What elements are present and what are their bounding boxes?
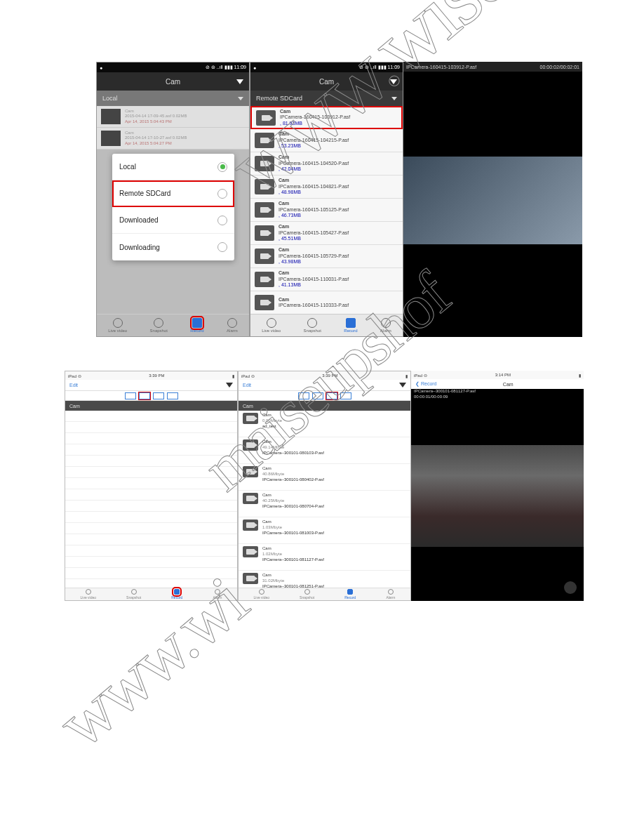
source-dropdown[interactable]: Remote SDCard bbox=[250, 91, 403, 106]
item-text: CamIPCamera-160415-105427-P.asf, 45.51MB bbox=[279, 224, 349, 241]
tab-live[interactable]: Live video bbox=[254, 589, 270, 600]
filter-icon[interactable] bbox=[390, 79, 397, 84]
tool-1[interactable] bbox=[298, 392, 309, 399]
tab-alarm[interactable]: Alarm bbox=[380, 318, 391, 333]
tab-snapshot[interactable]: Snapshot bbox=[300, 589, 314, 600]
tool-4[interactable] bbox=[167, 392, 178, 399]
player-timecode: 00:00:02/00:02:01 bbox=[540, 65, 579, 70]
camera-icon bbox=[255, 156, 274, 171]
player-header: IPCamera-160415-103912-P.asf 00:00:02/00… bbox=[403, 62, 582, 72]
tab-live[interactable]: Live video bbox=[108, 318, 127, 333]
filter-icon[interactable] bbox=[236, 79, 243, 84]
list-item[interactable]: CamIPCamera-160415-104821-P.asf, 48.98MB bbox=[250, 176, 403, 199]
nav-bar: Edit bbox=[65, 380, 237, 391]
modal-option-remote-sdcard[interactable]: Remote SDCard bbox=[112, 180, 234, 207]
list-item[interactable]: Cam1.02MbyteIPCamera--300101-081127-P.as… bbox=[239, 544, 410, 571]
tool-2[interactable] bbox=[139, 392, 150, 399]
tab-record[interactable]: Record bbox=[344, 589, 356, 600]
edit-button[interactable]: Edit bbox=[243, 383, 251, 388]
video-frame[interactable] bbox=[411, 445, 584, 547]
tab-snapshot[interactable]: Snapshot bbox=[150, 318, 168, 333]
list-item[interactable]: Cam1.03MbyteIPCamera--300101-081003-P.as… bbox=[239, 517, 410, 544]
page-title: Cam bbox=[503, 382, 514, 387]
item-text: Cam49.14MbyteIPCamera--300101-080103-P.a… bbox=[262, 439, 324, 456]
tab-alarm[interactable]: Alarm bbox=[227, 318, 238, 333]
tab-record[interactable]: Record bbox=[171, 589, 182, 600]
tab-record[interactable]: Record bbox=[344, 318, 357, 333]
video-player: iPad ⊜ 3:14 PM ▮ ❮ Record Cam IPCamera--… bbox=[411, 371, 584, 601]
list-item[interactable]: CamIPCamera-160415-105125-P.asf, 46.73MB bbox=[250, 199, 403, 222]
tab-snapshot[interactable]: Snapshot bbox=[126, 589, 141, 600]
list-item[interactable]: Cam40.86MbyteIPCamera--300101-080402-P.a… bbox=[239, 464, 410, 491]
radio-icon bbox=[217, 242, 227, 252]
list-item[interactable]: CamIPCamera-160415-110333-P.asf bbox=[250, 291, 403, 314]
empty-list bbox=[65, 411, 237, 588]
camera-icon bbox=[255, 272, 274, 287]
play-button[interactable] bbox=[564, 581, 577, 594]
item-text: CamIPCamera-160415-104520-P.asf, 42.04MB bbox=[279, 154, 349, 172]
camera-icon bbox=[243, 466, 258, 477]
tool-3[interactable] bbox=[153, 392, 164, 399]
source-modal: Local Remote SDCard Downloaded Downloadi… bbox=[112, 154, 234, 260]
video-player: IPCamera-160415-103912-P.asf 00:00:02/00… bbox=[403, 62, 582, 337]
player-timecode: 00:00:01/00:00:09 bbox=[414, 395, 448, 399]
source-dropdown[interactable]: Local bbox=[97, 91, 249, 106]
tool-2[interactable] bbox=[312, 392, 323, 399]
item-text: CamIPCamera-160415-104215-P.asf, 53.23MB bbox=[279, 131, 349, 149]
tool-1[interactable] bbox=[125, 392, 136, 399]
list-item[interactable]: CamIPCamera-160415-103912-P.asf, 81.93MB bbox=[250, 106, 403, 129]
record-icon bbox=[347, 589, 353, 595]
list-item[interactable]: Cam40.25MbyteIPCamera--300101-080704-P.a… bbox=[239, 491, 410, 517]
edit-button[interactable]: Edit bbox=[69, 383, 78, 388]
modal-option-downloading[interactable]: Downloading bbox=[112, 234, 234, 260]
list-item[interactable]: Cam0.00Mbytead_test bbox=[239, 411, 410, 437]
camera-icon bbox=[243, 439, 258, 451]
filter-icon[interactable] bbox=[226, 383, 233, 388]
status-bar: ● ⊘ ⊜ ..ıll ▮▮▮ 11:09 bbox=[97, 62, 249, 72]
camera-icon bbox=[243, 493, 258, 504]
modal-option-local[interactable]: Local bbox=[112, 154, 234, 180]
tab-alarm[interactable]: Alarm bbox=[386, 589, 395, 600]
back-button[interactable]: ❮ Record bbox=[415, 381, 437, 387]
item-text: Cam 2015-04-14 17-09-45.asf 0.02MB Apr 1… bbox=[125, 109, 187, 124]
phone2: ● ⊘ ⊜ ..ıll ▮▮▮ 11:09 Cam Remote SDCard … bbox=[250, 62, 403, 337]
tab-bar: Live video Snapshot Record Alarm bbox=[97, 314, 249, 336]
item-text: CamIPCamera-160415-103912-P.asf, 81.93MB bbox=[280, 109, 350, 126]
status-right: ⊘ ⊜ ..ıll ▮▮▮ 11:09 bbox=[206, 65, 246, 70]
row2-screenshots: iPad ⊜ 3:39 PM ▮ Edit Cam bbox=[65, 371, 584, 601]
tab-live[interactable]: Live video bbox=[262, 318, 281, 333]
caret-icon bbox=[238, 97, 243, 100]
list-item[interactable]: Cam31.02MbyteIPCamera--300101-081251-P.a… bbox=[239, 571, 410, 588]
record-icon bbox=[192, 318, 202, 328]
modal-option-downloaded[interactable]: Downloaded bbox=[112, 207, 234, 234]
title-bar: Cam bbox=[97, 72, 249, 91]
list-item[interactable]: CamIPCamera-160415-105729-P.asf, 43.98MB bbox=[250, 245, 403, 268]
tab-snapshot[interactable]: Snapshot bbox=[304, 318, 321, 333]
tool-4[interactable] bbox=[340, 392, 351, 399]
video-frame[interactable] bbox=[403, 157, 582, 244]
tab-record[interactable]: Record bbox=[190, 318, 203, 333]
camera-icon bbox=[243, 413, 258, 424]
status-bar: iPad ⊜ 3:14 PM ▮ bbox=[411, 371, 584, 379]
nav-bar: ❮ Record Cam bbox=[411, 379, 584, 389]
list-item: Cam 2015-04-14 17-10-27.asf 0.02MB Apr 1… bbox=[97, 128, 249, 150]
list-item[interactable]: CamIPCamera-160415-105427-P.asf, 45.51MB bbox=[250, 222, 403, 245]
tablet2: iPad ⊜ 3:39 PM ▮ Edit Cam Cam0.00Mbytead… bbox=[238, 371, 411, 601]
tab-alarm[interactable]: Alarm bbox=[213, 589, 222, 600]
camera-dropdown[interactable]: Cam bbox=[65, 401, 237, 411]
tool-3[interactable] bbox=[326, 392, 337, 399]
list-item[interactable]: Cam49.14MbyteIPCamera--300101-080103-P.a… bbox=[239, 437, 410, 464]
filter-icon[interactable] bbox=[399, 383, 406, 388]
list-item[interactable]: CamIPCamera-160415-110031-P.asf, 41.13MB bbox=[250, 268, 403, 291]
camera-icon bbox=[255, 225, 274, 241]
toolbar bbox=[239, 391, 410, 401]
dropdown-label: Local bbox=[102, 95, 118, 102]
camera-dropdown[interactable]: Cam bbox=[239, 401, 410, 411]
status-left: ● bbox=[100, 65, 102, 70]
list-item[interactable]: CamIPCamera-160415-104520-P.asf, 42.04MB bbox=[250, 152, 403, 176]
tab-live[interactable]: Live video bbox=[81, 589, 97, 600]
record-icon bbox=[174, 589, 180, 595]
list-item[interactable]: CamIPCamera-160415-104215-P.asf, 53.23MB bbox=[250, 129, 403, 152]
camera-icon bbox=[255, 179, 274, 194]
row1-screenshots: ● ⊘ ⊜ ..ıll ▮▮▮ 11:09 Cam Local Cam 2015… bbox=[96, 62, 582, 337]
